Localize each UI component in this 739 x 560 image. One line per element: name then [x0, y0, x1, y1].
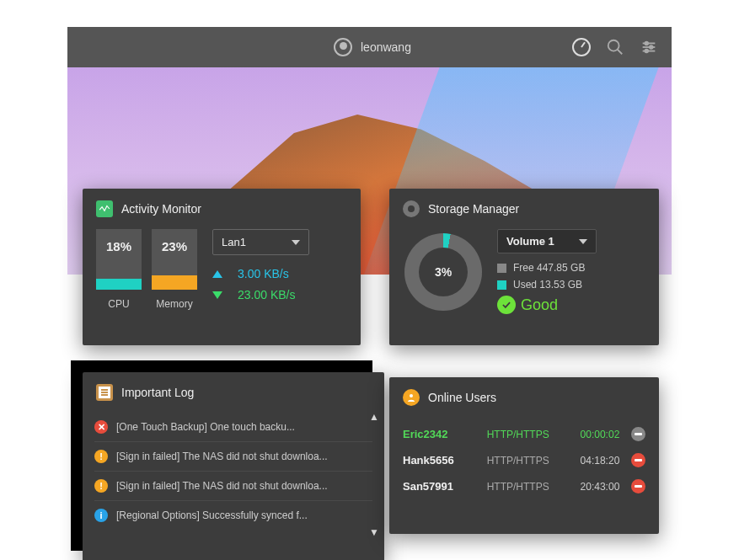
storage-manager-widget: Storage Manager 3% Volume 1 Free 447.85 …: [389, 189, 659, 345]
dashboard-icon[interactable]: [572, 38, 591, 56]
cpu-gauge: 18% CPU: [96, 229, 142, 310]
error-icon: ✕: [94, 420, 108, 434]
lan-select[interactable]: Lan1: [212, 229, 309, 255]
svg-point-8: [410, 394, 413, 397]
avatar-icon: [334, 38, 352, 56]
user-row: San57991HTTP/HTTPS20:43:00: [403, 473, 645, 499]
svg-point-0: [608, 40, 619, 51]
user-time: 00:00:02: [567, 429, 619, 440]
download-speed: 23.00 KB/s: [238, 288, 296, 301]
cpu-label: CPU: [108, 298, 129, 310]
user-row: Eric2342HTTP/HTTPS00:00:02: [403, 421, 645, 447]
volume-selected-value: Volume 1: [506, 235, 554, 248]
upload-arrow-icon: [212, 270, 222, 278]
chevron-down-icon: [579, 239, 587, 244]
user-name: Hank5656: [403, 454, 475, 467]
free-legend: Free 447.85 GB: [497, 262, 644, 274]
log-row[interactable]: ![Sign in failed] The NAS did not shut d…: [94, 442, 372, 472]
log-row[interactable]: i[Regional Options] Successfully synced …: [94, 501, 372, 530]
chevron-down-icon: [292, 240, 300, 245]
info-icon: i: [94, 509, 108, 522]
disconnect-button[interactable]: [631, 427, 645, 441]
log-text: [Sign in failed] The NAS did not shut do…: [116, 451, 372, 462]
user-protocol: HTTP/HTTPS: [487, 455, 556, 467]
warning-icon: !: [94, 450, 108, 463]
user-time: 20:43:00: [567, 481, 619, 493]
log-row[interactable]: ✕[One Touch Backup] One touch backu...: [94, 413, 372, 442]
lan-selected-value: Lan1: [222, 236, 246, 248]
widget-title: Online Users: [428, 391, 496, 404]
user-area[interactable]: leonwang: [334, 38, 411, 56]
warning-icon: !: [94, 479, 108, 493]
user-list: Eric2342HTTP/HTTPS00:00:02Hank5656HTTP/H…: [389, 418, 659, 509]
storage-icon: [403, 200, 420, 217]
storage-percent: 3%: [435, 265, 452, 279]
user-name: San57991: [403, 480, 475, 493]
activity-monitor-widget: Activity Monitor 18% CPU 23% Memory Lan1…: [83, 189, 361, 345]
online-users-widget: Online Users Eric2342HTTP/HTTPS00:00:02H…: [389, 377, 659, 534]
download-row: 23.00 KB/s: [212, 288, 347, 301]
status-text: Good: [521, 296, 558, 314]
cpu-percent: 18%: [106, 239, 131, 253]
svg-point-7: [645, 50, 648, 53]
log-list: ▲ ✕[One Touch Backup] One touch backu...…: [83, 413, 384, 536]
search-icon[interactable]: [606, 38, 624, 56]
check-icon: [497, 296, 516, 314]
user-protocol: HTTP/HTTPS: [487, 481, 556, 493]
user-time: 04:18:20: [567, 455, 619, 467]
svg-point-5: [645, 42, 648, 45]
log-outer-frame: Important Log ▲ ✕[One Touch Backup] One …: [71, 360, 372, 551]
user-name: Eric2342: [403, 428, 475, 440]
upload-speed: 3.00 KB/s: [238, 267, 289, 280]
memory-percent: 23%: [162, 239, 187, 253]
free-swatch-icon: [497, 264, 506, 273]
used-label: Used 13.53 GB: [513, 279, 582, 291]
svg-point-6: [650, 45, 653, 49]
widget-header: Activity Monitor: [83, 189, 361, 229]
svg-line-1: [618, 50, 623, 55]
users-icon: [403, 389, 420, 406]
widget-title: Important Log: [121, 386, 194, 399]
settings-icon[interactable]: [640, 38, 658, 56]
widget-header: Storage Manager: [389, 189, 659, 229]
log-row[interactable]: ![Sign in failed] The NAS did not shut d…: [94, 472, 372, 501]
widget-header: Important Log: [83, 372, 384, 413]
important-log-widget: Important Log ▲ ✕[One Touch Backup] One …: [83, 372, 384, 560]
user-protocol: HTTP/HTTPS: [487, 429, 556, 440]
log-icon: [96, 384, 113, 401]
upload-row: 3.00 KB/s: [212, 267, 347, 280]
widget-header: Online Users: [389, 377, 659, 418]
user-row: Hank5656HTTP/HTTPS04:18:20: [403, 447, 645, 473]
widget-title: Activity Monitor: [121, 202, 201, 216]
used-swatch-icon: [497, 280, 506, 290]
disconnect-button[interactable]: [631, 479, 645, 493]
storage-donut: 3%: [404, 233, 482, 311]
top-bar: leonwang: [67, 27, 672, 67]
scroll-down-button[interactable]: ▼: [369, 526, 379, 538]
memory-gauge: 23% Memory: [152, 229, 197, 310]
username: leonwang: [361, 40, 411, 54]
log-text: [Regional Options] Successfully synced f…: [116, 509, 372, 521]
log-text: [Sign in failed] The NAS did not shut do…: [116, 480, 372, 492]
memory-label: Memory: [156, 298, 192, 310]
storage-status: Good: [497, 296, 644, 314]
disconnect-button[interactable]: [631, 453, 645, 467]
download-arrow-icon: [212, 291, 222, 299]
widget-title: Storage Manager: [428, 202, 519, 216]
log-text: [One Touch Backup] One touch backu...: [116, 421, 372, 433]
volume-select[interactable]: Volume 1: [497, 229, 597, 253]
free-label: Free 447.85 GB: [513, 262, 585, 274]
used-legend: Used 13.53 GB: [497, 279, 644, 291]
activity-icon: [96, 200, 113, 217]
